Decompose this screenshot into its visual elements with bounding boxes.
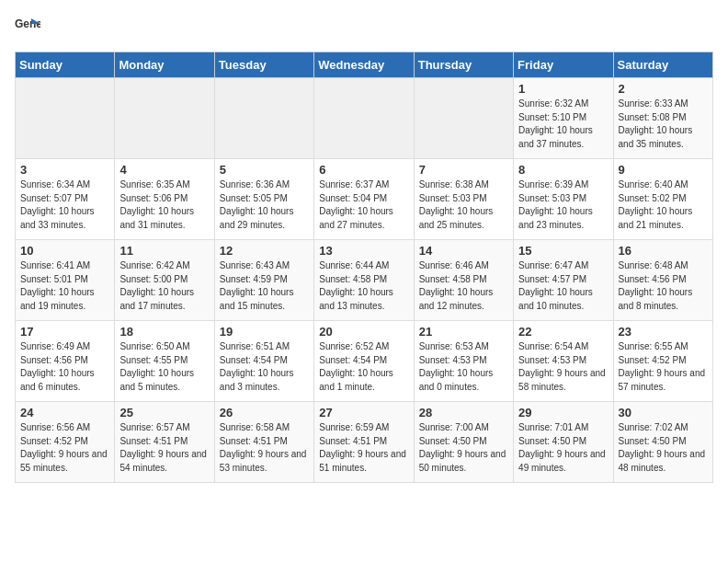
calendar-cell: [115, 78, 214, 159]
day-info: Sunrise: 6:50 AMSunset: 4:55 PMDaylight:…: [119, 341, 194, 392]
day-number: 4: [119, 163, 209, 177]
day-number: 6: [319, 163, 408, 177]
day-info: Sunrise: 6:42 AMSunset: 5:00 PMDaylight:…: [119, 260, 194, 311]
day-number: 16: [619, 244, 708, 258]
day-number: 9: [619, 163, 708, 177]
calendar-week-2: 3Sunrise: 6:34 AMSunset: 5:07 PMDaylight…: [16, 159, 713, 240]
calendar-body: 1Sunrise: 6:32 AMSunset: 5:10 PMDaylight…: [16, 78, 713, 483]
day-info: Sunrise: 6:41 AMSunset: 5:01 PMDaylight:…: [20, 260, 95, 311]
day-number: 18: [119, 325, 209, 339]
calendar-cell: 26Sunrise: 6:58 AMSunset: 4:51 PMDayligh…: [214, 402, 313, 483]
weekday-header-monday: Monday: [115, 52, 214, 78]
calendar-cell: 22Sunrise: 6:54 AMSunset: 4:53 PMDayligh…: [514, 321, 613, 402]
day-info: Sunrise: 6:44 AMSunset: 4:58 PMDaylight:…: [319, 260, 393, 311]
day-info: Sunrise: 6:59 AMSunset: 4:51 PMDaylight:…: [319, 422, 406, 473]
calendar-cell: 5Sunrise: 6:36 AMSunset: 5:05 PMDaylight…: [214, 159, 313, 240]
calendar-cell: 11Sunrise: 6:42 AMSunset: 5:00 PMDayligh…: [115, 240, 214, 321]
calendar-cell: 20Sunrise: 6:52 AMSunset: 4:54 PMDayligh…: [314, 321, 414, 402]
day-info: Sunrise: 6:35 AMSunset: 5:06 PMDaylight:…: [119, 179, 194, 230]
day-info: Sunrise: 7:00 AMSunset: 4:50 PMDaylight:…: [419, 422, 506, 473]
header: General: [15, 15, 713, 40]
calendar: SundayMondayTuesdayWednesdayThursdayFrid…: [15, 52, 713, 483]
calendar-cell: 16Sunrise: 6:48 AMSunset: 4:56 PMDayligh…: [613, 240, 712, 321]
day-info: Sunrise: 7:01 AMSunset: 4:50 PMDaylight:…: [518, 422, 606, 473]
day-number: 1: [518, 82, 608, 96]
calendar-cell: 28Sunrise: 7:00 AMSunset: 4:50 PMDayligh…: [414, 402, 513, 483]
day-number: 30: [619, 406, 708, 419]
weekday-header-row: SundayMondayTuesdayWednesdayThursdayFrid…: [16, 52, 713, 78]
calendar-week-5: 24Sunrise: 6:56 AMSunset: 4:52 PMDayligh…: [16, 402, 713, 483]
calendar-cell: 8Sunrise: 6:39 AMSunset: 5:03 PMDaylight…: [514, 159, 613, 240]
day-info: Sunrise: 6:47 AMSunset: 4:57 PMDaylight:…: [518, 260, 593, 311]
calendar-cell: 15Sunrise: 6:47 AMSunset: 4:57 PMDayligh…: [514, 240, 613, 321]
day-number: 8: [518, 163, 608, 177]
calendar-cell: 30Sunrise: 7:02 AMSunset: 4:50 PMDayligh…: [613, 402, 712, 483]
calendar-cell: [16, 78, 115, 159]
day-info: Sunrise: 6:37 AMSunset: 5:04 PMDaylight:…: [319, 179, 393, 230]
day-number: 17: [20, 325, 109, 339]
calendar-cell: 25Sunrise: 6:57 AMSunset: 4:51 PMDayligh…: [115, 402, 214, 483]
day-number: 19: [220, 325, 309, 339]
calendar-cell: [214, 78, 313, 159]
weekday-header-wednesday: Wednesday: [314, 52, 414, 78]
day-number: 20: [319, 325, 408, 339]
calendar-cell: 19Sunrise: 6:51 AMSunset: 4:54 PMDayligh…: [214, 321, 313, 402]
calendar-cell: 7Sunrise: 6:38 AMSunset: 5:03 PMDaylight…: [414, 159, 513, 240]
calendar-week-3: 10Sunrise: 6:41 AMSunset: 5:01 PMDayligh…: [16, 240, 713, 321]
calendar-cell: 3Sunrise: 6:34 AMSunset: 5:07 PMDaylight…: [16, 159, 115, 240]
day-info: Sunrise: 6:33 AMSunset: 5:08 PMDaylight:…: [619, 98, 693, 149]
day-info: Sunrise: 7:02 AMSunset: 4:50 PMDaylight:…: [619, 422, 706, 473]
calendar-cell: 23Sunrise: 6:55 AMSunset: 4:52 PMDayligh…: [613, 321, 712, 402]
day-number: 26: [220, 406, 309, 419]
weekday-header-saturday: Saturday: [613, 52, 712, 78]
calendar-cell: 24Sunrise: 6:56 AMSunset: 4:52 PMDayligh…: [16, 402, 115, 483]
calendar-week-1: 1Sunrise: 6:32 AMSunset: 5:10 PMDaylight…: [16, 78, 713, 159]
weekday-header-friday: Friday: [514, 52, 613, 78]
day-info: Sunrise: 6:49 AMSunset: 4:56 PMDaylight:…: [20, 341, 95, 392]
day-info: Sunrise: 6:52 AMSunset: 4:54 PMDaylight:…: [319, 341, 393, 392]
day-info: Sunrise: 6:58 AMSunset: 4:51 PMDaylight:…: [220, 422, 307, 473]
logo: General: [15, 15, 44, 40]
calendar-cell: 29Sunrise: 7:01 AMSunset: 4:50 PMDayligh…: [514, 402, 613, 483]
day-info: Sunrise: 6:51 AMSunset: 4:54 PMDaylight:…: [220, 341, 294, 392]
calendar-cell: [414, 78, 513, 159]
calendar-cell: 13Sunrise: 6:44 AMSunset: 4:58 PMDayligh…: [314, 240, 414, 321]
day-info: Sunrise: 6:38 AMSunset: 5:03 PMDaylight:…: [419, 179, 494, 230]
day-info: Sunrise: 6:34 AMSunset: 5:07 PMDaylight:…: [20, 179, 95, 230]
day-info: Sunrise: 6:56 AMSunset: 4:52 PMDaylight:…: [20, 422, 108, 473]
day-info: Sunrise: 6:36 AMSunset: 5:05 PMDaylight:…: [220, 179, 294, 230]
day-number: 5: [220, 163, 309, 177]
day-info: Sunrise: 6:39 AMSunset: 5:03 PMDaylight:…: [518, 179, 593, 230]
day-info: Sunrise: 6:53 AMSunset: 4:53 PMDaylight:…: [419, 341, 494, 392]
calendar-cell: 9Sunrise: 6:40 AMSunset: 5:02 PMDaylight…: [613, 159, 712, 240]
day-number: 2: [619, 82, 708, 96]
day-number: 27: [319, 406, 408, 419]
logo-icon: General: [15, 15, 40, 40]
day-info: Sunrise: 6:40 AMSunset: 5:02 PMDaylight:…: [619, 179, 693, 230]
calendar-cell: 21Sunrise: 6:53 AMSunset: 4:53 PMDayligh…: [414, 321, 513, 402]
day-number: 22: [518, 325, 608, 339]
day-info: Sunrise: 6:55 AMSunset: 4:52 PMDaylight:…: [619, 341, 706, 392]
calendar-cell: 17Sunrise: 6:49 AMSunset: 4:56 PMDayligh…: [16, 321, 115, 402]
calendar-cell: 27Sunrise: 6:59 AMSunset: 4:51 PMDayligh…: [314, 402, 414, 483]
day-number: 15: [518, 244, 608, 258]
day-number: 11: [119, 244, 209, 258]
day-info: Sunrise: 6:43 AMSunset: 4:59 PMDaylight:…: [220, 260, 294, 311]
day-number: 3: [20, 163, 109, 177]
day-number: 25: [119, 406, 209, 419]
weekday-header-thursday: Thursday: [414, 52, 513, 78]
calendar-cell: 12Sunrise: 6:43 AMSunset: 4:59 PMDayligh…: [214, 240, 313, 321]
day-info: Sunrise: 6:57 AMSunset: 4:51 PMDaylight:…: [119, 422, 207, 473]
weekday-header-sunday: Sunday: [16, 52, 115, 78]
day-info: Sunrise: 6:46 AMSunset: 4:58 PMDaylight:…: [419, 260, 494, 311]
day-number: 28: [419, 406, 508, 419]
day-number: 14: [419, 244, 508, 258]
day-info: Sunrise: 6:54 AMSunset: 4:53 PMDaylight:…: [518, 341, 606, 392]
calendar-cell: 10Sunrise: 6:41 AMSunset: 5:01 PMDayligh…: [16, 240, 115, 321]
calendar-cell: [314, 78, 414, 159]
calendar-cell: 14Sunrise: 6:46 AMSunset: 4:58 PMDayligh…: [414, 240, 513, 321]
day-number: 29: [518, 406, 608, 419]
calendar-cell: 1Sunrise: 6:32 AMSunset: 5:10 PMDaylight…: [514, 78, 613, 159]
calendar-week-4: 17Sunrise: 6:49 AMSunset: 4:56 PMDayligh…: [16, 321, 713, 402]
day-number: 10: [20, 244, 109, 258]
